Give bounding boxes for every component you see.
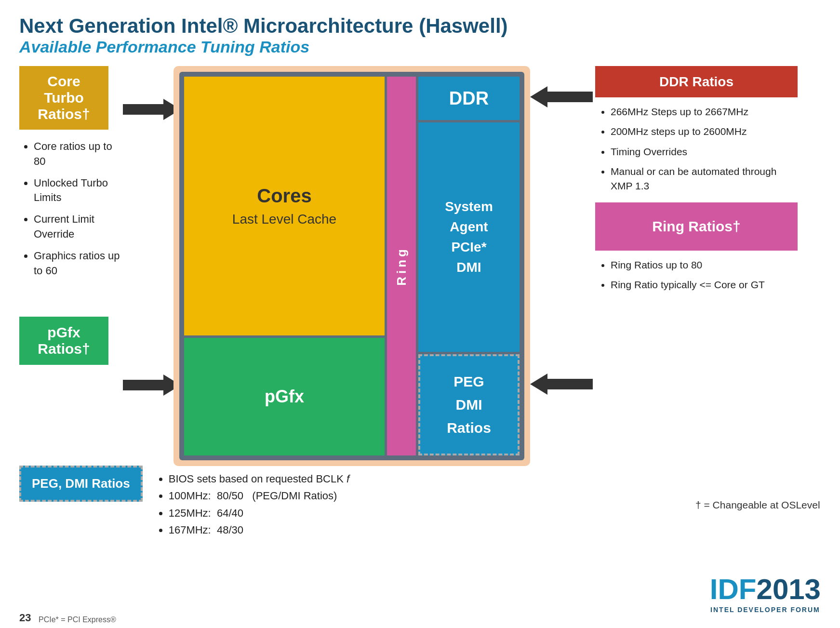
ring-arrow-in	[530, 374, 593, 395]
ring-column: Ring	[387, 77, 416, 455]
right-column: DDR Ratios 266MHz Steps up to 2667MHz 20…	[595, 66, 798, 298]
bullet-graphics-ratios: Graphics ratios up to 60	[34, 249, 125, 279]
ddr-label: DDR	[449, 88, 489, 109]
ring-ratios-label: Ring Ratios†	[652, 218, 740, 235]
peg-dmi-chip-text: PEGDMIRatios	[447, 370, 491, 440]
idf-highlight: IDF	[710, 573, 757, 605]
bottom-section: PEG, DMI Ratios BIOS sets based on reque…	[19, 466, 821, 538]
ddr-bullet-4: Manual or can be automated through XMP 1…	[611, 164, 798, 193]
page-title: Next Generation Intel® Microarchitecture…	[19, 14, 821, 38]
ddr-bullet-2: 200MHz steps up to 2600MHz	[611, 124, 798, 138]
footnote: PCIe* = PCI Express®	[39, 615, 116, 624]
ring-label: Ring	[394, 246, 409, 286]
core-turbo-label: Core Turbo Ratios†	[28, 73, 100, 122]
page-number: 23	[19, 612, 31, 624]
idf-logo-text: IDF2013	[710, 573, 821, 606]
llc-label: Last Level Cache	[232, 212, 336, 227]
bottom-bullets-area: BIOS sets based on requested BCLK f 100M…	[157, 466, 681, 538]
ring-ratios-box: Ring Ratios†	[595, 202, 798, 251]
bottom-bullet-4: 167MHz: 48/30	[169, 521, 681, 538]
bullet-current-limit: Current Limit Override	[34, 212, 125, 242]
system-agent-block: SystemAgentPCIe*DMI	[418, 122, 520, 352]
pgfx-ratios-label: pGfx Ratios†	[28, 324, 100, 357]
ring-bullet-2: Ring Ratio typically <= Core or GT	[611, 278, 798, 292]
ddr-bullet-3: Timing Overrides	[611, 145, 798, 159]
bullet-unlocked-turbo: Unlocked Turbo Limits	[34, 176, 125, 206]
bottom-bullet-1: BIOS sets based on requested BCLK f	[169, 470, 681, 487]
ddr-bullets: 266MHz Steps up to 2667MHz 200MHz steps …	[595, 105, 798, 193]
pgfx-chip-block: pGfx	[184, 338, 385, 455]
system-agent-text: SystemAgentPCIe*DMI	[445, 197, 493, 278]
ddr-block: DDR	[418, 77, 520, 120]
bullet-core-ratios: Core ratios up to 80	[34, 139, 125, 169]
pgfx-chip-label: pGfx	[265, 387, 304, 407]
page-subtitle: Available Performance Tuning Ratios	[19, 38, 821, 56]
idf-subtitle: INTEL DEVELOPER FORUM	[710, 606, 820, 614]
peg-dmi-box-label: PEG, DMI Ratios	[32, 476, 130, 491]
bottom-bullets: BIOS sets based on requested BCLK f 100M…	[157, 470, 681, 538]
cores-block: Cores Last Level Cache	[184, 77, 385, 335]
changeable-note: † = Changeable at OSLevel	[695, 499, 821, 511]
pgfx-ratios-box: pGfx Ratios†	[19, 317, 108, 365]
pgfx-arrow	[123, 374, 181, 396]
ring-bullets: Ring Ratios up to 80 Ring Ratio typicall…	[595, 258, 798, 292]
header: Next Generation Intel® Microarchitecture…	[19, 14, 821, 56]
chip-diagram: Cores Last Level Cache pGfx Ring	[173, 66, 530, 466]
core-turbo-box: Core Turbo Ratios†	[19, 66, 108, 130]
idf-logo: IDF2013 INTEL DEVELOPER FORUM	[710, 573, 821, 614]
cores-label: Cores	[257, 185, 311, 207]
peg-dmi-label-box: PEG, DMI Ratios	[19, 466, 143, 502]
bottom-bullet-3: 125MHz: 64/40	[169, 505, 681, 521]
ddr-ratios-label: DDR Ratios	[659, 74, 733, 90]
ddr-bullet-1: 266MHz Steps up to 2667MHz	[611, 105, 798, 119]
bottom-bullet-2: 100MHz: 80/50 (PEG/DMI Ratios)	[169, 487, 681, 504]
ddr-ratios-box: DDR Ratios	[595, 66, 798, 97]
core-turbo-arrow	[123, 99, 181, 120]
core-turbo-bullets: Core ratios up to 80 Unlocked Turbo Limi…	[19, 139, 125, 278]
peg-dmi-chip-block: PEGDMIRatios	[418, 354, 520, 455]
ring-bullet-1: Ring Ratios up to 80	[611, 258, 798, 272]
ddr-arrow-in	[530, 86, 593, 107]
